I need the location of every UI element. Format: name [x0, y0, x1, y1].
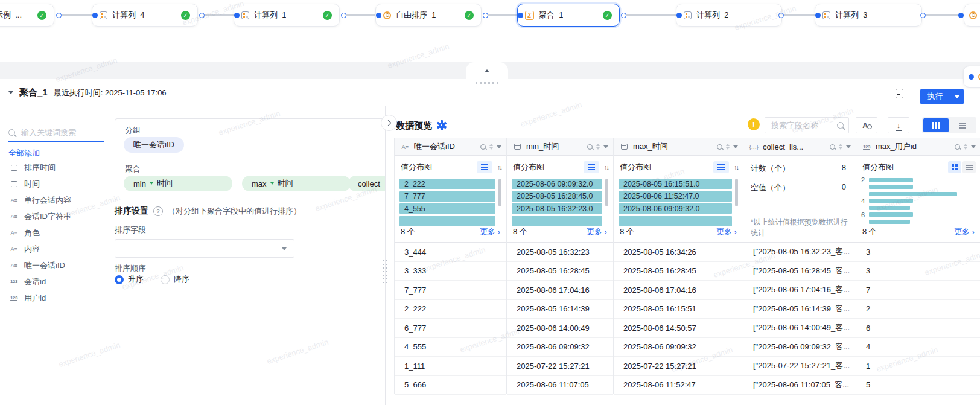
collapse-caret-icon[interactable]: [8, 91, 13, 94]
column-search-icon[interactable]: [717, 144, 722, 150]
node-output-port[interactable]: [621, 13, 626, 18]
run-dropdown-caret[interactable]: [950, 89, 964, 104]
node-output-port[interactable]: [483, 13, 488, 18]
sidebar-field-item[interactable]: A≡单行会话内容: [0, 192, 109, 208]
column-stats-cell: 值分布图2468 个更多: [856, 156, 980, 243]
value-sort-icon[interactable]: [734, 164, 738, 171]
column-search-icon[interactable]: [830, 144, 835, 150]
warning-icon[interactable]: !: [748, 118, 760, 130]
value-sort-icon[interactable]: [604, 164, 608, 171]
node-input-port[interactable]: [518, 13, 523, 18]
field-display-settings-button[interactable]: A: [856, 117, 877, 133]
node-input-port[interactable]: [92, 13, 98, 18]
sidebar-field-item[interactable]: A≡角色: [0, 225, 109, 241]
sidebar-field-item[interactable]: 123会话id: [0, 273, 109, 290]
help-icon[interactable]: ?: [153, 206, 163, 216]
column-menu-caret[interactable]: [603, 145, 608, 148]
distribution-view-button[interactable]: [713, 161, 729, 173]
node-input-port[interactable]: [815, 13, 821, 18]
column-sort-icon[interactable]: [726, 144, 730, 150]
flow-node[interactable]: 聚合_1: [517, 4, 620, 27]
flow-node[interactable]: 计算列_1: [234, 4, 340, 27]
scrollbar-thumb[interactable]: [735, 179, 738, 206]
more-link[interactable]: 更多: [480, 226, 500, 237]
sidebar-field-item[interactable]: 排序时间: [0, 159, 109, 176]
node-input-port[interactable]: [958, 13, 964, 18]
column-menu-caret[interactable]: [733, 145, 738, 148]
pipeline-canvas[interactable]: 数据示例_...计算列_4计算列_1自由排序_1聚合_1计算列_2计算列_3: [0, 0, 980, 62]
flow-node[interactable]: 自由排序_1: [375, 4, 482, 27]
flow-node[interactable]: 计算列_4: [92, 4, 198, 27]
distribution-bar: 2025-08-05 16:32:23.0: [512, 203, 602, 214]
flow-node-fragment[interactable]: [964, 4, 980, 27]
node-input-port[interactable]: [676, 13, 682, 18]
sidebar-field-item[interactable]: A≡唯一会话iID: [0, 257, 109, 273]
column-header[interactable]: {…}collect_lis...: [743, 138, 856, 156]
aggregate-tag[interactable]: min时间: [124, 176, 232, 191]
node-input-port[interactable]: [234, 13, 240, 18]
node-input-port[interactable]: [969, 74, 974, 80]
column-sort-icon[interactable]: [964, 144, 967, 150]
flow-node[interactable]: 数据示例_...: [0, 4, 54, 27]
column-menu-caret[interactable]: [846, 145, 851, 148]
sidebar-field-item[interactable]: A≡会话ID字符串: [0, 208, 109, 225]
node-output-port[interactable]: [920, 13, 926, 18]
distribution-view-button[interactable]: [584, 161, 599, 173]
column-search[interactable]: [765, 117, 849, 133]
more-link[interactable]: 更多: [716, 226, 737, 237]
bars-view-button[interactable]: [962, 161, 976, 173]
flow-node[interactable]: 计算列_2: [676, 4, 782, 27]
value-sort-icon[interactable]: [497, 164, 501, 171]
panel-collapse-tab[interactable]: [466, 62, 508, 79]
more-link[interactable]: 更多: [954, 226, 975, 237]
panel-drag-handle[interactable]: [476, 82, 499, 84]
field-search[interactable]: [8, 124, 104, 142]
add-all-link[interactable]: 全部添加: [8, 148, 40, 159]
column-header[interactable]: max_时间: [614, 138, 743, 156]
column-menu-caret[interactable]: [497, 145, 501, 148]
sort-order-radio[interactable]: 降序: [161, 274, 189, 285]
sort-field-select[interactable]: [115, 239, 294, 258]
node-input-port[interactable]: [376, 13, 381, 18]
log-document-button[interactable]: [896, 89, 903, 98]
column-search-input[interactable]: [770, 120, 833, 130]
column-search-icon[interactable]: [480, 144, 486, 150]
sort-settings-hint: （对分组下聚合字段中的值进行排序）: [168, 206, 301, 217]
grid-view-button[interactable]: [948, 161, 961, 173]
mini-bar-chart-row: [861, 185, 978, 190]
scrollbar-thumb[interactable]: [605, 179, 608, 206]
sidebar-field-item[interactable]: A≡内容: [0, 241, 109, 257]
panel-splitter[interactable]: [383, 260, 389, 283]
node-output-port[interactable]: [56, 13, 62, 18]
flow-node[interactable]: 计算列_3: [815, 4, 922, 27]
sidebar-field-item[interactable]: 时间: [0, 176, 109, 192]
expand-panel-button[interactable]: [381, 115, 397, 131]
download-button[interactable]: ↓: [888, 117, 909, 133]
column-sort-icon[interactable]: [596, 144, 600, 150]
list-view-button[interactable]: [950, 118, 975, 132]
group-field-tag[interactable]: 唯一会话iID: [124, 137, 184, 153]
node-output-port[interactable]: [778, 13, 784, 18]
aggregate-tag[interactable]: max时间: [242, 176, 351, 191]
column-header[interactable]: 123max_用户id: [856, 138, 980, 156]
run-button-label[interactable]: 执行: [920, 89, 950, 104]
column-sort-icon[interactable]: [839, 144, 842, 150]
column-header[interactable]: A≡唯一会话iID: [395, 138, 506, 156]
sort-order-radio[interactable]: 升序: [115, 274, 144, 285]
run-button[interactable]: 执行: [920, 89, 964, 104]
node-output-port[interactable]: [341, 13, 346, 18]
column-header[interactable]: min_时间: [507, 138, 613, 156]
distribution-view-button[interactable]: [477, 161, 492, 173]
preview-settings-gear-icon[interactable]: [437, 121, 446, 130]
flow-node-fragment[interactable]: [963, 66, 980, 88]
more-link[interactable]: 更多: [587, 226, 607, 237]
column-sort-icon[interactable]: [489, 144, 493, 150]
column-view-button[interactable]: [923, 118, 949, 132]
scrollbar-thumb[interactable]: [498, 179, 501, 206]
node-output-port[interactable]: [199, 13, 205, 18]
column-search-icon[interactable]: [587, 144, 593, 150]
field-search-input[interactable]: [20, 127, 104, 138]
sidebar-field-item[interactable]: 123用户id: [0, 290, 109, 306]
column-menu-caret[interactable]: [971, 145, 976, 148]
column-search-icon[interactable]: [955, 144, 960, 150]
